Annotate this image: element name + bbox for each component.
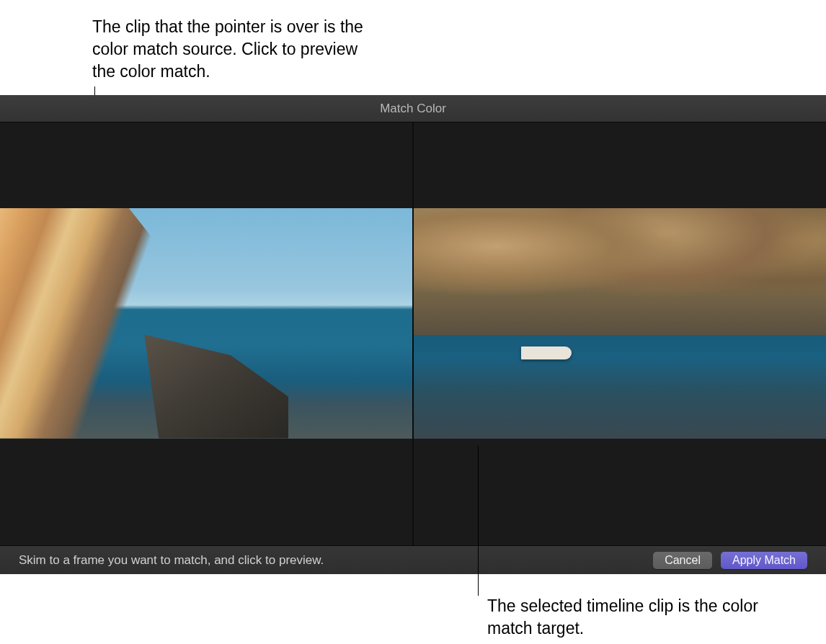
match-color-window: Match Color Skim to a frame you want to … (0, 95, 826, 574)
window-title: Match Color (380, 102, 446, 116)
callout-line-bottom (478, 446, 479, 596)
window-header: Match Color (0, 95, 826, 122)
annotation-target-clip: The selected timeline clip is the color … (487, 595, 776, 640)
source-clip-viewer[interactable] (0, 122, 414, 545)
apply-match-button[interactable]: Apply Match (721, 552, 807, 569)
button-group: Cancel Apply Match (653, 552, 807, 569)
footer-instruction-text: Skim to a frame you want to match, and c… (19, 553, 653, 568)
source-clip-image (0, 208, 412, 439)
cancel-button[interactable]: Cancel (653, 552, 712, 569)
viewer-area (0, 122, 826, 545)
target-clip-image (414, 208, 826, 439)
annotation-source-clip: The clip that the pointer is over is the… (92, 16, 381, 83)
target-clip-viewer (414, 122, 826, 545)
window-footer: Skim to a frame you want to match, and c… (0, 545, 826, 574)
